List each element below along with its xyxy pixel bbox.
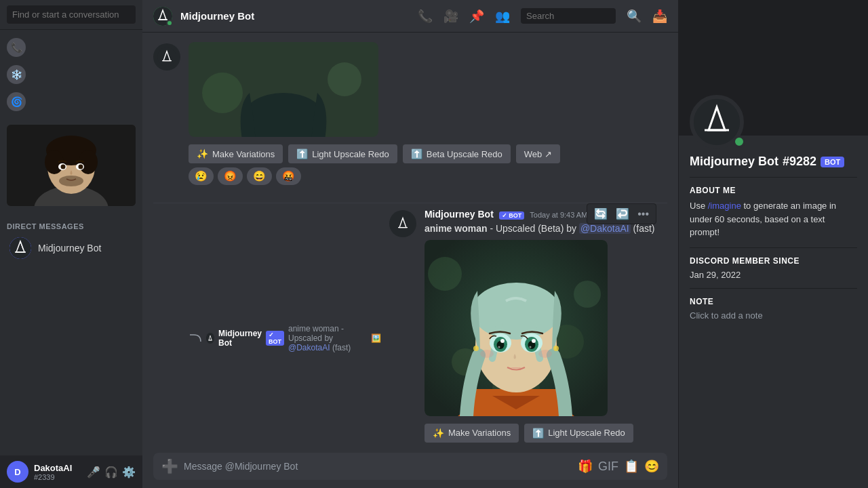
msg1-content: ✨ Make Variations ⬆️ Light Upscale Redo … — [189, 42, 667, 189]
sidebar-icons: 📞 ❄️ 🌀 — [0, 30, 142, 119]
reaction-happy[interactable]: 😄 — [247, 167, 272, 185]
msg2-username: Midjourney Bot — [425, 209, 494, 220]
main-chat: Midjourney Bot 📞 🎥 📌 👥 🔍 📥 — [142, 0, 678, 488]
online-status-dot — [166, 20, 173, 26]
pin-header-icon[interactable]: 📌 — [469, 9, 484, 24]
msg2-image[interactable] — [425, 240, 608, 416]
msg1-beta-upscale-btn[interactable]: ⬆️ Beta Upscale Redo — [403, 144, 511, 163]
msg1-beta-upscale-label: Beta Upscale Redo — [427, 149, 502, 159]
find-conversation-input[interactable] — [7, 5, 136, 24]
reply-username: Midjourney Bot — [218, 329, 262, 348]
gif-icon[interactable]: GIF — [598, 460, 618, 474]
msg1-make-variations-label: Make Variations — [212, 149, 275, 159]
svg-point-11 — [59, 176, 83, 186]
msg2-bot-badge: ✓ BOT — [499, 211, 525, 220]
member-since-date: Jan 29, 2022 — [690, 270, 857, 280]
discord-icon-row[interactable]: 🌀 — [0, 89, 142, 114]
emoji-icon[interactable]: 😊 — [644, 459, 659, 474]
more-btn[interactable]: ••• — [635, 207, 652, 222]
chat-search-input[interactable] — [521, 8, 616, 24]
imagine-cmd: /imagine — [708, 201, 741, 211]
user-tag: #2339 — [34, 473, 81, 481]
svg-point-10 — [79, 165, 83, 169]
reply-btn[interactable]: ↩️ — [613, 206, 632, 222]
header-bot-avatar — [153, 7, 172, 26]
msg2-light-upscale-btn[interactable]: ⬆️ Light Upscale Redo — [524, 424, 633, 443]
msg1-avatar — [153, 43, 180, 70]
retry-btn[interactable]: 🔄 — [591, 206, 610, 222]
svg-point-6 — [79, 150, 98, 174]
web-label: Web ↗ — [524, 149, 552, 159]
chat-input-inner: ➕ 🎁 GIF 📋 😊 — [153, 453, 667, 480]
reaction-sad[interactable]: 😢 — [189, 167, 214, 185]
call-icon-row[interactable]: 📞 — [0, 35, 142, 60]
svg-point-56 — [480, 350, 494, 358]
svg-point-36 — [428, 257, 462, 291]
svg-point-9 — [61, 165, 66, 169]
message-group-2: 🔄 ↩️ ••• — [153, 203, 667, 445]
msg2-content: Midjourney Bot ✓ BOT Today at 9:43 AM an… — [425, 209, 667, 445]
chat-header: Midjourney Bot 📞 🎥 📌 👥 🔍 📥 — [142, 0, 678, 33]
light-upscale-icon: ⬆️ — [296, 148, 308, 159]
webcam-inner — [7, 125, 136, 206]
phone-icon: 📞 — [7, 38, 26, 57]
chat-input-bar: ➕ 🎁 GIF 📋 😊 — [142, 445, 678, 488]
svg-point-59 — [553, 346, 559, 351]
header-actions: 📞 🎥 📌 👥 🔍 📥 — [418, 8, 667, 24]
msg2-avatar-col — [389, 209, 416, 445]
reaction-angry[interactable]: 😡 — [218, 167, 243, 185]
msg2-timestamp: Today at 9:43 AM — [530, 211, 587, 219]
msg1-reactions: 😢 😡 😄 🤬 — [189, 167, 667, 185]
msg2-mention: @DakotaAI — [579, 223, 631, 234]
inbox-header-icon[interactable]: 📥 — [652, 9, 667, 24]
settings-icon-row[interactable]: ❄️ — [0, 62, 142, 87]
profile-body: Midjourney Bot #9282 BOT ABOUT ME Use /i… — [679, 136, 868, 488]
reply-bot-badge: ✓ BOT — [266, 331, 284, 346]
webcam-video — [7, 125, 136, 206]
user-avatar: D — [7, 461, 28, 483]
svg-point-16 — [202, 73, 243, 113]
profile-name: Midjourney Bot — [690, 155, 778, 169]
msg2-make-variations-btn[interactable]: ✨ Make Variations — [425, 424, 519, 443]
msg1-button-row: ✨ Make Variations ⬆️ Light Upscale Redo … — [189, 144, 667, 163]
reaction-rage[interactable]: 🤬 — [276, 167, 301, 185]
divider-3 — [690, 288, 857, 289]
call-header-icon[interactable]: 📞 — [418, 9, 433, 24]
svg-point-45 — [472, 283, 560, 340]
mic-icon[interactable]: 🎤 — [87, 466, 100, 479]
search-header-icon[interactable]: 🔍 — [627, 9, 642, 24]
divider-2 — [690, 247, 857, 248]
sidebar-item-midjourney-bot[interactable]: Midjourney Bot — [3, 233, 140, 263]
sticker-icon[interactable]: 📋 — [624, 459, 639, 474]
msg1-image[interactable] — [189, 42, 378, 137]
profile-tag: #9282 — [783, 155, 816, 169]
add-content-btn[interactable]: ➕ — [161, 458, 178, 474]
direct-messages-label: DIRECT MESSAGES — [0, 211, 142, 233]
note-input[interactable]: Click to add a note — [690, 310, 857, 321]
msg2-button-row: ✨ Make Variations ⬆️ Light Upscale Redo … — [425, 424, 667, 445]
svg-point-52 — [500, 339, 505, 343]
beta-upscale-icon: ⬆️ — [411, 148, 422, 159]
members-header-icon[interactable]: 👥 — [495, 9, 510, 24]
video-header-icon[interactable]: 🎥 — [443, 9, 458, 24]
username: DakotaAI — [34, 463, 81, 473]
settings-icon[interactable]: ⚙️ — [122, 466, 136, 479]
svg-point-17 — [328, 62, 361, 96]
msg1-web-btn[interactable]: Web ↗ — [516, 144, 560, 163]
msg2-bold-text: anime woman — [425, 223, 488, 234]
gift-icon[interactable]: 🎁 — [578, 459, 593, 474]
chat-messages: ✨ Make Variations ⬆️ Light Upscale Redo … — [142, 33, 678, 445]
profile-name-line: Midjourney Bot #9282 BOT — [690, 155, 857, 169]
headphone-icon[interactable]: 🎧 — [104, 466, 118, 479]
snowflake-icon: ❄️ — [7, 65, 26, 84]
msg2-light-upscale-label: Light Upscale Redo — [548, 428, 625, 438]
right-panel: Midjourney Bot #9282 BOT ABOUT ME Use /i… — [678, 0, 868, 488]
message-input[interactable] — [184, 461, 572, 472]
msg1-make-variations-btn[interactable]: ✨ Make Variations — [189, 144, 283, 163]
reply-text: anime woman - Upscaled by @DakotaAI (fas… — [288, 324, 367, 352]
msg1-light-upscale-btn[interactable]: ⬆️ Light Upscale Redo — [288, 144, 397, 163]
user-bar: D DakotaAI #2339 🎤 🎧 ⚙️ — [0, 455, 142, 488]
svg-point-37 — [574, 281, 601, 308]
msg1-avatar-col — [153, 42, 180, 189]
reply-avatar-small — [206, 333, 214, 344]
